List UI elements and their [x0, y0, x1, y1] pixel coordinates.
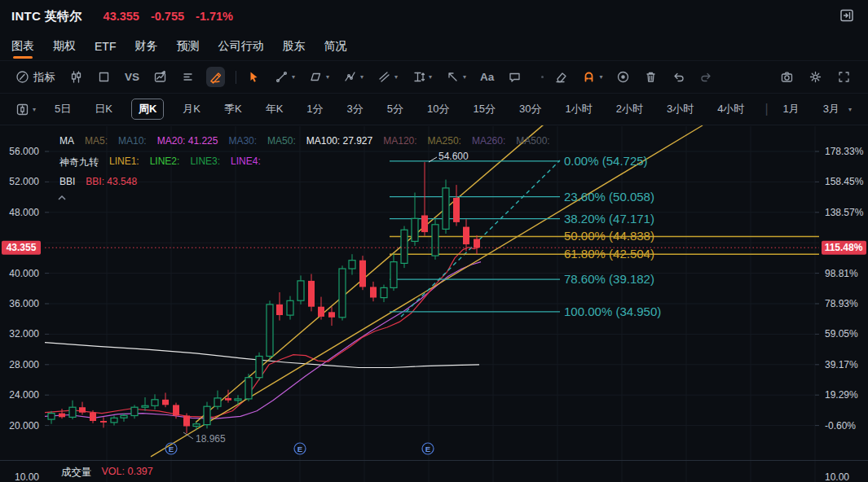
timeframe-10分[interactable]: 10分 — [422, 99, 454, 120]
magnet-button[interactable]: ▾ — [579, 67, 605, 87]
timeframe-1月[interactable]: 1月 — [778, 99, 804, 120]
tab-1[interactable]: 期权 — [53, 33, 76, 60]
tab-7[interactable]: 简况 — [324, 33, 346, 60]
timeframe-1分[interactable]: 1分 — [302, 99, 328, 120]
svg-text:0.00% (54.725): 0.00% (54.725) — [564, 154, 648, 168]
timeframe-30分[interactable]: 30分 — [514, 99, 546, 120]
header: INTC 英特尔 43.355 -0.755 -1.71% — [0, 0, 868, 33]
svg-text:20.000: 20.000 — [9, 420, 39, 432]
price-change: -0.755 — [151, 10, 184, 23]
region-box-button[interactable] — [95, 67, 113, 87]
chart-edit-button[interactable] — [151, 67, 170, 87]
comment-bubble-button[interactable] — [505, 67, 524, 87]
grid — [45, 126, 819, 482]
svg-text:39.17%: 39.17% — [825, 359, 858, 370]
tab-active-0[interactable]: 图表 — [11, 33, 34, 60]
timeframe-周K[interactable]: 周K — [131, 99, 164, 120]
chart-style-selector[interactable]: ▾ — [13, 99, 38, 120]
target-icon — [616, 70, 630, 84]
undo-button[interactable] — [669, 67, 688, 87]
collapse-panel-icon[interactable] — [839, 7, 855, 27]
channel-tool-button[interactable]: ▾ — [375, 67, 400, 87]
cursor-icon — [247, 70, 261, 84]
svg-text:E: E — [297, 445, 302, 454]
arrow-nw-button[interactable]: ▾ — [443, 67, 469, 87]
chart-edit-icon — [153, 70, 167, 84]
timeframe-季K[interactable]: 季K — [219, 99, 247, 120]
trash-button[interactable] — [641, 67, 660, 87]
tab-4[interactable]: 预测 — [176, 33, 199, 60]
svg-text:61.80% (42.504): 61.80% (42.504) — [564, 247, 654, 261]
trash-icon — [644, 70, 658, 84]
timeframe-15分[interactable]: 15分 — [469, 99, 500, 120]
timeframe-月K[interactable]: 月K — [178, 99, 205, 120]
timeframe-separator: | — [764, 102, 768, 116]
cursor-button[interactable] — [245, 67, 263, 87]
tab-2[interactable]: ETF — [95, 33, 116, 60]
comment-bubble-icon — [508, 70, 522, 84]
magnet-icon — [582, 70, 596, 84]
svg-text:43.355: 43.355 — [7, 242, 37, 253]
target-button[interactable] — [614, 67, 632, 87]
polyline-tool-button[interactable]: ▾ — [341, 67, 366, 87]
drawn-trend-line-1[interactable] — [151, 125, 703, 457]
timeframe-4小时[interactable]: 4小时 — [712, 99, 749, 120]
trendline-tool-button[interactable]: ▾ — [272, 67, 297, 87]
ma-line-BBI — [45, 247, 479, 417]
timeframe-年K[interactable]: 年K — [261, 99, 289, 120]
candlestick-button[interactable] — [67, 67, 86, 87]
timeframe-3月[interactable]: 3月 — [818, 99, 844, 120]
vs-compare-button[interactable]: VS — [122, 68, 142, 86]
timeframe-3小时[interactable]: 3小时 — [662, 99, 698, 120]
candlestick-icon — [69, 70, 83, 84]
svg-text:38.20% (47.171): 38.20% (47.171) — [564, 212, 654, 226]
tab-3[interactable]: 财务 — [134, 33, 157, 60]
indicator-gauge-icon — [15, 70, 29, 84]
svg-text:50.00% (44.838): 50.00% (44.838) — [564, 229, 654, 243]
quote: 43.355 -0.755 -1.71% — [104, 10, 233, 23]
fullscreen-button[interactable] — [835, 67, 853, 87]
symbol-title: INTC 英特尔 — [11, 9, 82, 24]
timeframe-2小时[interactable]: 2小时 — [611, 99, 648, 120]
price-annotation: 18.965 — [196, 433, 226, 445]
price-axes: 56.000178.33%52.000158.45%48.000138.57%4… — [9, 146, 863, 482]
timeframe-1小时[interactable]: 1小时 — [560, 99, 597, 120]
svg-text:36.000: 36.000 — [9, 298, 39, 309]
lines-list-button[interactable] — [178, 67, 197, 87]
svg-text:52.000: 52.000 — [9, 176, 39, 187]
camera-button[interactable] — [778, 67, 796, 87]
lines-list-icon — [181, 70, 195, 84]
toolbar-separator — [236, 71, 236, 84]
channel-tool-icon — [377, 70, 391, 84]
indicator-gauge-button[interactable]: 指标 — [13, 67, 58, 88]
timeframe-日K[interactable]: 日K — [90, 99, 117, 120]
arrow-nw-icon — [446, 70, 460, 84]
timeframe-5分[interactable]: 5分 — [382, 99, 408, 120]
undo-icon — [672, 70, 685, 84]
svg-text:10.00: 10.00 — [15, 471, 39, 482]
settings-gear-button[interactable] — [806, 67, 825, 87]
text-aa-button[interactable]: Aa — [478, 68, 496, 86]
collapse-indicator-icon[interactable] — [57, 190, 67, 204]
svg-text:10.00: 10.00 — [825, 471, 849, 482]
timeframe-5日[interactable]: 5日 — [50, 99, 76, 120]
volume-value: VOL: 0.397 — [102, 466, 153, 480]
eraser-button[interactable] — [552, 67, 571, 87]
svg-text:48.000: 48.000 — [9, 207, 39, 218]
chart-style-candle-icon — [15, 103, 29, 116]
text-aa-icon: Aa — [480, 71, 494, 83]
tab-6[interactable]: 股东 — [282, 33, 305, 60]
draw-pen-button[interactable] — [206, 67, 225, 87]
svg-text:28.000: 28.000 — [9, 359, 39, 370]
shape-tool-button[interactable]: ▾ — [306, 67, 332, 87]
text-height-button[interactable]: ▾ — [409, 67, 434, 87]
chevron-down-icon[interactable]: ▾ — [848, 106, 852, 113]
chevron-down-icon: ▾ — [463, 73, 466, 81]
tab-5[interactable]: 公司行动 — [218, 33, 263, 60]
svg-text:E: E — [425, 445, 430, 454]
chevron-down-icon: ▾ — [599, 73, 602, 81]
toolbar-separator — [541, 76, 544, 78]
redo-button[interactable] — [697, 67, 716, 87]
svg-text:40.000: 40.000 — [9, 268, 39, 279]
timeframe-3分[interactable]: 3分 — [342, 99, 368, 120]
